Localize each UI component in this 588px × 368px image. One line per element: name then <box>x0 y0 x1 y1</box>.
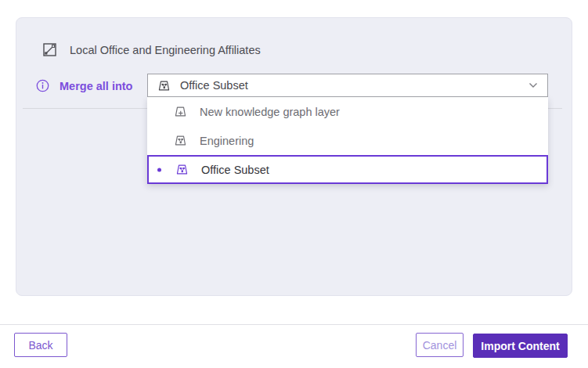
knowledge-graph-layer-icon <box>175 163 189 176</box>
menu-option-label: New knowledge graph layer <box>200 106 340 118</box>
menu-option-new-knowledge-graph-layer[interactable]: New knowledge graph layer <box>147 97 548 126</box>
import-content-dialog: Local Office and Engineering Affiliates … <box>0 0 588 368</box>
info-icon <box>36 79 49 92</box>
menu-option-label: Office Subset <box>201 164 269 176</box>
knowledge-graph-layer-icon <box>157 79 171 92</box>
layer-select-icon <box>42 42 57 57</box>
import-content-button[interactable]: Import Content <box>473 334 568 358</box>
menu-option-office-subset[interactable]: Office Subset <box>147 155 548 184</box>
merge-target-select[interactable]: Office Subset <box>147 74 548 97</box>
cancel-button[interactable]: Cancel <box>416 333 464 357</box>
chevron-down-icon <box>528 82 538 88</box>
back-button[interactable]: Back <box>14 333 67 357</box>
selected-bullet-icon <box>157 168 161 171</box>
merge-target-menu: New knowledge graph layer Enginering <box>147 97 548 184</box>
merge-all-into-row: Merge all into <box>36 79 132 92</box>
footer-divider <box>0 324 588 325</box>
new-knowledge-graph-layer-icon <box>174 105 187 118</box>
source-layer-label: Local Office and Engineering Affiliates <box>70 44 261 56</box>
menu-option-enginering[interactable]: Enginering <box>147 126 548 155</box>
source-layer-row: Local Office and Engineering Affiliates <box>42 42 261 57</box>
knowledge-graph-layer-icon <box>174 134 187 147</box>
menu-option-label: Enginering <box>200 135 254 147</box>
merge-target-selected-value: Office Subset <box>180 79 528 92</box>
merge-all-into-label: Merge all into <box>60 80 132 92</box>
